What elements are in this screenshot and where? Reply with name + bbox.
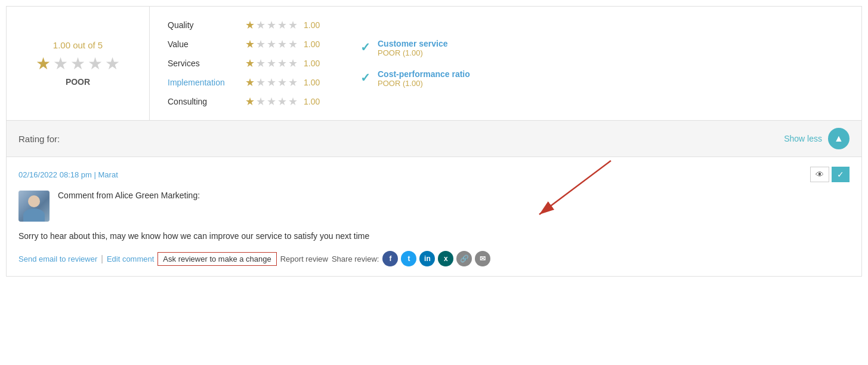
check-mark-icon: ✓: [837, 170, 844, 179]
social-icons: f t in x 🔗 ✉: [382, 251, 490, 266]
cost-performance-title: Cost-performance ratio: [378, 69, 470, 79]
comment-actions: 👁 ✓: [810, 167, 850, 182]
chevron-up-icon: ▲: [834, 133, 844, 144]
implementation-label: Implementation: [168, 78, 239, 87]
report-review-link[interactable]: Report review: [280, 254, 328, 263]
avatar-image: [18, 191, 50, 222]
i-star-1: ★: [245, 76, 255, 89]
show-less-link[interactable]: Show less: [784, 134, 822, 143]
eye-icon: 👁: [816, 170, 824, 179]
annotation-wrapper: Comment from Alice Green Marketing: Sorr…: [18, 191, 850, 243]
i-star-5: ★: [288, 76, 298, 89]
rating-row-quality: Quality ★ ★ ★ ★ ★ 1.00: [168, 19, 325, 32]
q-star-5: ★: [288, 19, 298, 32]
linkedin-icon[interactable]: in: [419, 251, 435, 266]
xing-icon[interactable]: x: [438, 251, 453, 266]
star-4: ★: [88, 54, 103, 73]
comment-date: 02/16/2022 08:18 pm | Marat: [18, 170, 118, 179]
rating-row-implementation: Implementation ★ ★ ★ ★ ★ 1.00: [168, 76, 325, 89]
v-star-4: ★: [277, 38, 287, 51]
star-3: ★: [70, 54, 85, 73]
c-star-3: ★: [267, 95, 276, 108]
comment-body: Comment from Alice Green Marketing:: [18, 191, 850, 222]
rating-row-consulting: Consulting ★ ★ ★ ★ ★ 1.00: [168, 95, 325, 108]
services-value: 1.00: [304, 59, 325, 68]
check-customer-service: ✓ Customer service POOR (1.00): [360, 39, 470, 57]
rating-items-left: Quality ★ ★ ★ ★ ★ 1.00 Value ★ ★: [168, 19, 325, 108]
quality-stars: ★ ★ ★ ★ ★: [245, 19, 298, 32]
implementation-stars: ★ ★ ★ ★ ★: [245, 76, 298, 89]
mail-icon[interactable]: ✉: [475, 251, 490, 266]
cost-performance-sub: POOR (1.00): [378, 79, 470, 88]
facebook-icon[interactable]: f: [382, 251, 398, 266]
star-5: ★: [105, 54, 120, 73]
i-star-4: ★: [277, 76, 287, 89]
link-icon[interactable]: 🔗: [456, 251, 472, 266]
q-star-1: ★: [245, 19, 255, 32]
s-star-2: ★: [256, 57, 265, 70]
quality-value: 1.00: [304, 20, 325, 30]
send-email-link[interactable]: Send email to reviewer: [18, 254, 97, 263]
twitter-icon[interactable]: t: [401, 251, 416, 266]
rating-for-bar: Rating for: Show less ▲: [6, 120, 862, 157]
q-star-3: ★: [267, 19, 276, 32]
comment-text: Sorry to hear about this, may we know ho…: [18, 230, 850, 243]
q-star-2: ★: [256, 19, 265, 32]
comment-meta: 02/16/2022 08:18 pm | Marat 👁 ✓: [18, 167, 850, 182]
poor-label: POOR: [66, 77, 90, 87]
rating-for-label: Rating for:: [18, 134, 60, 144]
share-review-label: Share review:: [332, 254, 379, 263]
ratings-panel: 1.00 out of 5 ★ ★ ★ ★ ★ POOR Quality ★ ★: [6, 6, 862, 120]
s-star-1: ★: [245, 57, 255, 70]
c-star-2: ★: [256, 95, 265, 108]
overall-score-section: 1.00 out of 5 ★ ★ ★ ★ ★ POOR: [7, 7, 150, 120]
comment-from: Comment from Alice Green Marketing:: [58, 191, 200, 200]
check-text-2: Cost-performance ratio POOR (1.00): [378, 69, 470, 88]
comment-section: 02/16/2022 08:18 pm | Marat 👁 ✓: [6, 157, 862, 277]
i-star-2: ★: [256, 76, 265, 89]
value-label: Value: [168, 39, 239, 49]
eye-button[interactable]: 👁: [810, 167, 829, 182]
consulting-value: 1.00: [304, 97, 325, 106]
detail-ratings: Quality ★ ★ ★ ★ ★ 1.00 Value ★ ★: [150, 7, 861, 120]
show-less-area: Show less ▲: [784, 128, 850, 149]
comment-date-text: 02/16/2022 08:18 pm: [18, 170, 92, 179]
v-star-3: ★: [267, 38, 276, 51]
check-icon-2: ✓: [360, 70, 370, 85]
implementation-value: 1.00: [304, 78, 325, 87]
chevron-up-button[interactable]: ▲: [828, 128, 850, 149]
services-label: Services: [168, 59, 239, 68]
customer-service-title: Customer service: [378, 39, 448, 48]
i-star-3: ★: [267, 76, 276, 89]
star-2: ★: [53, 54, 68, 73]
services-stars: ★ ★ ★ ★ ★: [245, 57, 298, 70]
c-star-1: ★: [245, 95, 255, 108]
v-star-5: ★: [288, 38, 298, 51]
rating-row-value: Value ★ ★ ★ ★ ★ 1.00: [168, 38, 325, 51]
c-star-5: ★: [288, 95, 298, 108]
s-star-5: ★: [288, 57, 298, 70]
overall-number: 1.00 out of 5: [53, 40, 103, 50]
s-star-3: ★: [267, 57, 276, 70]
star-1: ★: [36, 54, 51, 73]
value-value: 1.00: [304, 39, 325, 49]
edit-comment-link[interactable]: Edit comment: [107, 254, 154, 263]
ask-reviewer-button[interactable]: Ask reviewer to make a change: [157, 252, 276, 266]
pipe-1: |: [101, 254, 103, 263]
comment-links: Send email to reviewer | Edit comment As…: [18, 251, 850, 266]
check-button[interactable]: ✓: [832, 167, 850, 182]
v-star-2: ★: [256, 38, 265, 51]
customer-service-sub: POOR (1.00): [378, 48, 448, 57]
q-star-4: ★: [277, 19, 287, 32]
comment-author: Marat: [98, 170, 118, 179]
rating-row-services: Services ★ ★ ★ ★ ★ 1.00: [168, 57, 325, 70]
consulting-label: Consulting: [168, 97, 239, 106]
check-text-1: Customer service POOR (1.00): [378, 39, 448, 57]
value-stars: ★ ★ ★ ★ ★: [245, 38, 298, 51]
comment-date-separator: |: [94, 170, 98, 179]
check-icon-1: ✓: [360, 40, 370, 54]
check-items: ✓ Customer service POOR (1.00) ✓ Cost-pe…: [360, 19, 470, 108]
avatar: [18, 191, 50, 222]
v-star-1: ★: [245, 38, 255, 51]
c-star-4: ★: [277, 95, 287, 108]
